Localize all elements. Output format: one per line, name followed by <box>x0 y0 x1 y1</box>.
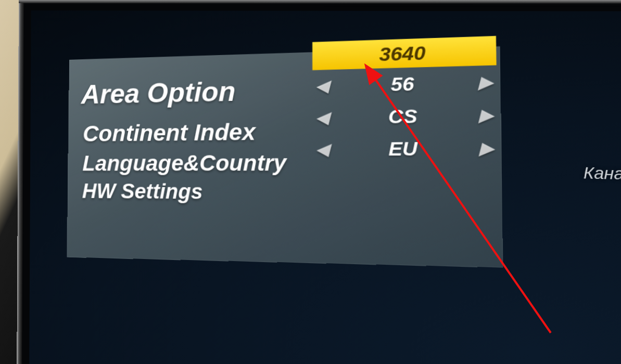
no-channels-text: Каналы не <box>583 163 621 185</box>
arrow-left-icon[interactable]: ◀ <box>316 108 329 126</box>
value-continent-index[interactable]: ◀ 56 ▶ <box>312 66 497 102</box>
value-continent-index-text: 56 <box>391 72 414 95</box>
label-hw-settings[interactable]: HW Settings <box>82 180 287 204</box>
panel-labels: Continent Index Language&Country HW Sett… <box>82 119 286 211</box>
value-hw-settings-text: EU <box>388 137 417 160</box>
area-option-panel: Area Option Continent Index Language&Cou… <box>67 46 503 268</box>
arrow-left-icon[interactable]: ◀ <box>316 139 329 158</box>
arrow-right-icon[interactable]: ▶ <box>479 138 494 158</box>
arrow-right-icon[interactable]: ▶ <box>478 72 493 92</box>
value-selected-text: 3640 <box>379 42 425 66</box>
value-language-country[interactable]: ◀ CS ▶ <box>312 98 497 133</box>
arrow-right-icon[interactable]: ▶ <box>479 105 493 125</box>
label-continent-index[interactable]: Continent Index <box>83 119 286 147</box>
panel-values: 3640 ◀ 56 ▶ ◀ CS ▶ ◀ EU ▶ <box>312 36 498 165</box>
value-language-country-text: CS <box>388 105 417 127</box>
value-selected[interactable]: 3640 <box>312 36 497 70</box>
panel-title: Area Option <box>81 75 236 110</box>
tv-bezel: Каналы не Area Option Continent Index La… <box>17 0 621 364</box>
arrow-left-icon[interactable]: ◀ <box>316 76 329 95</box>
value-hw-settings[interactable]: ◀ EU ▶ <box>312 132 498 165</box>
tv-screen: Каналы не Area Option Continent Index La… <box>29 10 621 364</box>
label-language-country[interactable]: Language&Country <box>82 150 286 175</box>
